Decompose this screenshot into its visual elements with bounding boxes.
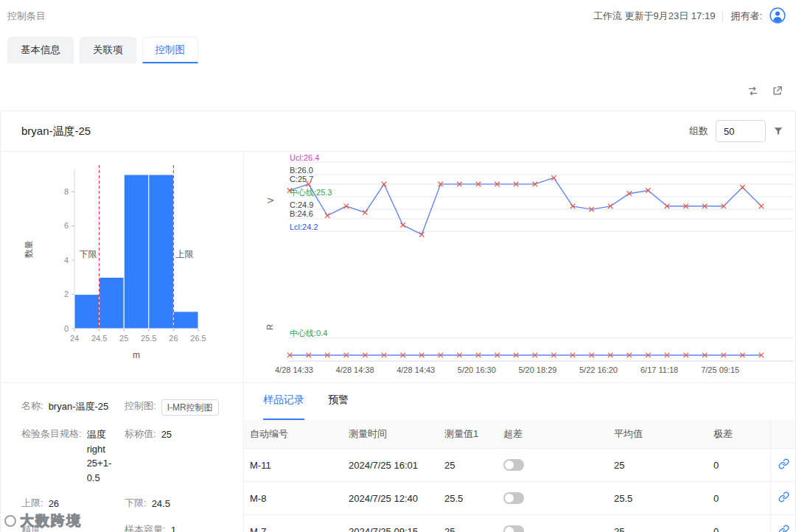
svg-text:数量: 数量 [24, 240, 34, 258]
toggle-knob [505, 461, 514, 469]
bottom-row: 名称: bryan-温度-25 控制图: I-MR控制图 检验条目规格: 温度 … [1, 383, 795, 532]
sync-icon[interactable] [747, 85, 758, 97]
column-header-average: 平均值 [608, 420, 708, 449]
svg-text:B:24.6: B:24.6 [290, 209, 313, 218]
out-of-tolerance-toggle[interactable] [503, 492, 524, 504]
column-header-out-of-tolerance: 超差 [498, 420, 608, 449]
control-chart: Ucl:26.4B:26.0C:25.7中心线:25.3C:24.9B:24.6… [244, 152, 795, 382]
svg-text:C:24.9: C:24.9 [290, 200, 313, 209]
table-row: M-7 2024/7/25 09:15 25 25 0 [244, 515, 795, 532]
out-of-tolerance-toggle[interactable] [503, 459, 524, 471]
svg-text:上限: 上限 [175, 249, 193, 259]
control-chart-panel: Ucl:26.4B:26.0C:25.7中心线:25.3C:24.9B:24.6… [244, 152, 795, 382]
tab-control-chart[interactable]: 控制图 [142, 37, 199, 63]
svg-text:4/28 14:33: 4/28 14:33 [275, 365, 313, 374]
svg-text:8: 8 [64, 187, 69, 196]
link-icon[interactable] [778, 458, 789, 469]
user-avatar-icon [769, 7, 786, 24]
svg-text:Ucl:26.4: Ucl:26.4 [290, 153, 319, 162]
open-external-icon[interactable] [772, 85, 783, 97]
detail-chart-type: 控制图: I-MR控制图 [125, 399, 236, 416]
charts-row: 024682424.52525.52626.5下限上限m数量 Ucl:26.4B… [1, 152, 795, 383]
toggle-knob [505, 527, 514, 532]
detail-spec: 检验条目规格: 温度 right 25+1- 0.5 [21, 427, 125, 485]
svg-text:V: V [266, 197, 275, 203]
detail-lower-limit: 下限: 24.5 [125, 497, 236, 511]
toolbar [747, 85, 783, 97]
chart-type-tag: I-MR控制图 [161, 399, 219, 416]
svg-text:B:26.0: B:26.0 [290, 166, 313, 175]
svg-text:25: 25 [119, 334, 128, 343]
detail-name: 名称: bryan-温度-25 [21, 399, 125, 416]
histogram-panel: 024682424.52525.52626.5下限上限m数量 [1, 152, 244, 382]
svg-text:4/28 14:43: 4/28 14:43 [397, 365, 435, 374]
svg-text:6: 6 [64, 221, 69, 230]
card-header: bryan-温度-25 组数 [1, 111, 795, 152]
svg-text:5/20 18:29: 5/20 18:29 [518, 365, 556, 374]
svg-text:24.5: 24.5 [91, 334, 107, 343]
svg-text:0: 0 [64, 324, 69, 333]
table-row: M-8 2024/7/25 12:40 25.5 25.5 0 [244, 482, 795, 515]
tab-related-items[interactable]: 关联项 [80, 37, 136, 63]
detail-upper-limit: 上限: 26 [21, 497, 125, 511]
workflow-status: 工作流 更新于9月23日 17:19 [593, 10, 715, 23]
svg-text:5/22 16:20: 5/22 16:20 [579, 365, 618, 374]
column-header-auto-id: 自动编号 [244, 420, 343, 449]
owner-label: 拥有者: [730, 10, 762, 23]
table-header-row: 自动编号 测量时间 测量值1 超差 平均值 极差 [244, 420, 795, 449]
svg-text:26.5: 26.5 [190, 334, 206, 343]
filter-icon[interactable] [773, 126, 783, 136]
svg-text:26: 26 [169, 334, 178, 343]
card-header-right: 组数 [689, 120, 783, 142]
page-title: 控制条目 [7, 10, 46, 23]
svg-text:R: R [265, 324, 274, 330]
svg-text:24: 24 [70, 334, 79, 343]
tab-basic-info[interactable]: 基本信息 [7, 37, 74, 63]
sample-records-table: 自动编号 测量时间 测量值1 超差 平均值 极差 M-11 2024/7/25 [244, 420, 795, 532]
group-count-label: 组数 [689, 125, 708, 138]
link-icon[interactable] [778, 491, 789, 503]
page: 控制条目 工作流 更新于9月23日 17:19 拥有者: 基本信息 关联项 控制… [0, 0, 796, 532]
chart-card-title: bryan-温度-25 [21, 125, 91, 139]
detail-precision: 精度: [21, 523, 125, 532]
details-grid: 名称: bryan-温度-25 控制图: I-MR控制图 检验条目规格: 温度 … [21, 399, 236, 532]
page-header: 控制条目 工作流 更新于9月23日 17:19 拥有者: [0, 0, 796, 32]
nav-tabs: 基本信息 关联项 控制图 [7, 37, 198, 63]
link-icon[interactable] [778, 525, 789, 532]
group-count-input[interactable] [716, 120, 766, 142]
detail-sample-size: 样本容量: 1 [125, 523, 236, 532]
svg-text:中心线:0.4: 中心线:0.4 [290, 329, 327, 337]
table-row: M-11 2024/7/25 16:01 25 25 0 [244, 449, 795, 482]
tab-sample-records[interactable]: 样品记录 [263, 393, 304, 420]
column-header-link [770, 420, 795, 449]
svg-text:7/25 09:15: 7/25 09:15 [701, 365, 739, 374]
svg-text:4: 4 [64, 256, 69, 265]
column-header-value1: 测量值1 [439, 420, 498, 449]
svg-text:6/17 11:18: 6/17 11:18 [640, 365, 678, 374]
svg-text:下限: 下限 [80, 249, 97, 259]
svg-text:5/20 16:30: 5/20 16:30 [458, 365, 496, 374]
column-header-range: 极差 [708, 420, 770, 449]
toggle-knob [505, 494, 514, 503]
detail-nominal-value: 标称值: 25 [125, 427, 236, 485]
out-of-tolerance-toggle[interactable] [503, 525, 524, 532]
records-panel: 样品记录 预警 自动编号 测量时间 测量值1 超差 平均值 [244, 383, 795, 532]
control-chart-card: bryan-温度-25 组数 024682424.52525.52626.5下限… [0, 111, 796, 532]
column-header-time: 测量时间 [343, 420, 439, 449]
svg-text:m: m [133, 350, 140, 360]
details-panel: 名称: bryan-温度-25 控制图: I-MR控制图 检验条目规格: 温度 … [1, 383, 244, 532]
header-right: 工作流 更新于9月23日 17:19 拥有者: [593, 7, 786, 26]
tab-warnings[interactable]: 预警 [328, 393, 349, 420]
owner-avatar[interactable] [769, 7, 786, 26]
svg-text:25.5: 25.5 [141, 334, 156, 343]
histogram-chart: 024682424.52525.52626.5下限上限m数量 [1, 152, 244, 382]
svg-text:Lcl:24.2: Lcl:24.2 [290, 223, 318, 231]
header-divider [722, 11, 723, 21]
records-tabs: 样品记录 预警 [244, 383, 795, 420]
svg-text:4/28 14:38: 4/28 14:38 [336, 365, 374, 374]
svg-text:2: 2 [64, 290, 69, 298]
